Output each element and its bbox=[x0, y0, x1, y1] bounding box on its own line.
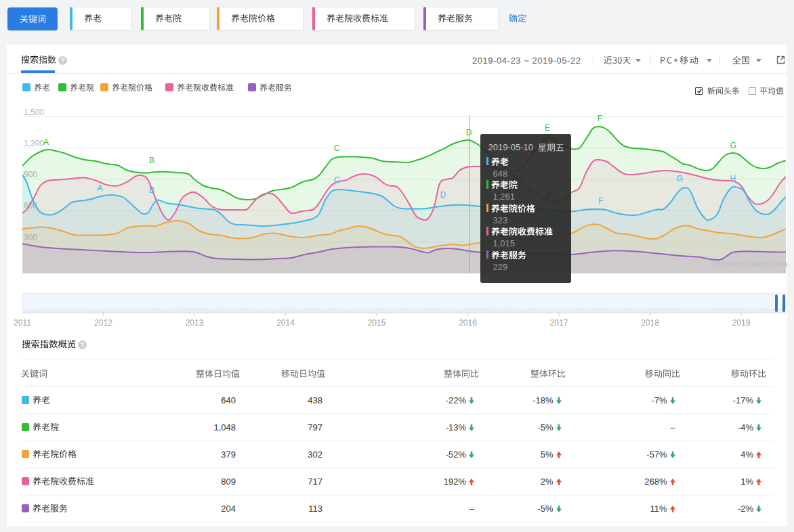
svg-text:1,200: 1,200 bbox=[24, 139, 44, 148]
svg-text:2019: 2019 bbox=[732, 318, 751, 328]
svg-text:A: A bbox=[98, 183, 103, 193]
svg-text:G: G bbox=[730, 141, 736, 150]
svg-text:C: C bbox=[334, 143, 340, 153]
svg-text:A: A bbox=[43, 137, 49, 147]
svg-text:C: C bbox=[334, 175, 340, 185]
svg-text:G: G bbox=[677, 174, 683, 183]
svg-text:@index.baidu.com: @index.baidu.com bbox=[713, 259, 788, 269]
svg-text:2015: 2015 bbox=[368, 318, 386, 328]
svg-text:E: E bbox=[545, 123, 550, 133]
svg-text:B: B bbox=[149, 185, 154, 195]
svg-text:2012: 2012 bbox=[94, 318, 112, 328]
svg-text:B: B bbox=[149, 156, 154, 165]
svg-text:2018: 2018 bbox=[641, 318, 659, 328]
svg-text:2011: 2011 bbox=[14, 318, 31, 328]
svg-text:2016: 2016 bbox=[459, 318, 477, 328]
svg-text:2017: 2017 bbox=[550, 318, 568, 328]
svg-text:H: H bbox=[730, 174, 736, 183]
svg-text:F: F bbox=[598, 114, 602, 123]
svg-text:D: D bbox=[466, 128, 472, 137]
svg-text:2013: 2013 bbox=[186, 318, 204, 328]
svg-text:F: F bbox=[598, 196, 603, 206]
svg-text:2014: 2014 bbox=[276, 318, 295, 328]
svg-text:D: D bbox=[440, 190, 446, 200]
svg-text:1,500: 1,500 bbox=[24, 108, 44, 117]
